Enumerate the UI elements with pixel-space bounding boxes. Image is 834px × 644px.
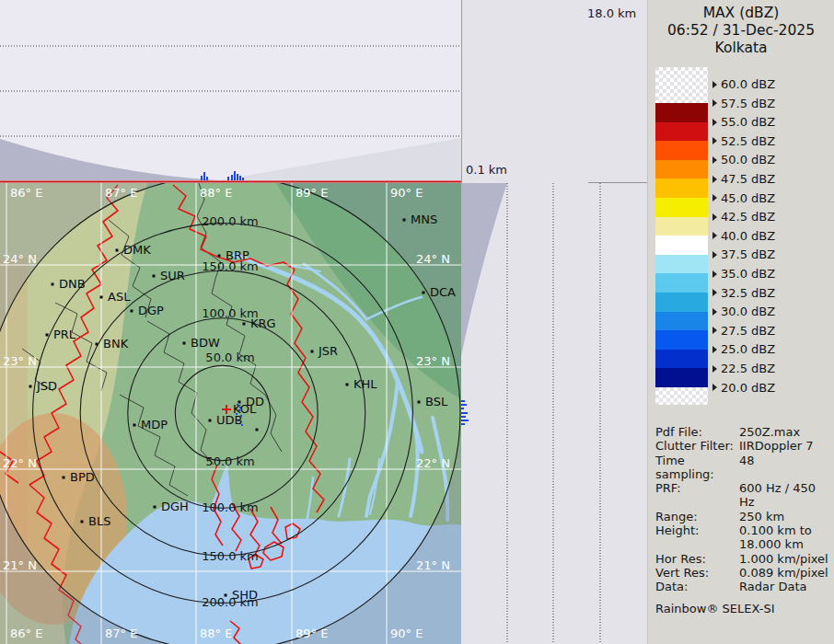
metadata-row: Range:250 km	[655, 510, 832, 523]
min-height-label: 0.1 km	[466, 163, 507, 177]
height-axis-corner-panel: 18.0 km 0.1 km	[461, 0, 647, 183]
city-label-dmk: DMK	[123, 243, 151, 257]
scale-tick-arrow-icon	[712, 384, 717, 391]
dbz-scale-value: 60.0 dBZ	[721, 77, 775, 91]
city-label-bnk: BNK	[103, 337, 129, 351]
metadata-value: 1.000 km/pixel	[739, 552, 828, 566]
metadata-row: Data:Radar Data	[655, 580, 832, 593]
metadata-row: Time sampling:48	[655, 454, 832, 482]
city-dot	[116, 249, 119, 252]
metadata-row: PRF:600 Hz / 450 Hz	[655, 481, 832, 510]
scale-tick-arrow-icon	[712, 251, 717, 259]
dbz-scale-value: 55.0 dBZ	[721, 115, 775, 129]
longitude-label-top: 88° E	[200, 186, 232, 200]
scale-tick-arrow-icon	[712, 156, 717, 164]
scale-tick-arrow-icon	[712, 308, 717, 316]
side-projection-plot	[461, 183, 647, 644]
scale-tick-arrow-icon	[712, 81, 717, 88]
dbz-scale-value: 20.0 dBZ	[721, 381, 775, 395]
dbz-scale-entry: 47.5 dBZ	[712, 172, 775, 187]
product-metadata: Pdf File:250Z.maxClutter Filter:IIRDoppl…	[655, 425, 832, 615]
echo-bar	[234, 171, 236, 180]
city-dot	[346, 384, 349, 386]
metadata-value: 0.100 km to 18.000 km	[739, 523, 812, 552]
product-name: MAX (dBZ)	[648, 5, 834, 22]
echo-bar	[206, 177, 208, 180]
scale-tick-arrow-icon	[712, 232, 717, 239]
scale-tick-arrow-icon	[712, 194, 717, 201]
city-label-bpd: BPD	[70, 470, 95, 484]
range-ring-label: 50.0 km	[205, 454, 254, 468]
longitude-label-top: 90° E	[390, 186, 423, 200]
city-label-brp: BRP	[226, 248, 249, 262]
top-projection-plot	[0, 0, 461, 183]
city-dot	[423, 292, 425, 294]
city-label-asl: ASL	[108, 290, 131, 304]
city-dot	[183, 342, 186, 345]
beam-blockage-wedge-top	[461, 183, 507, 356]
city-label-bdw: BDW	[191, 336, 220, 350]
city-dot	[153, 275, 156, 278]
echo-bar	[461, 423, 465, 425]
city-dot	[131, 310, 133, 313]
latitude-label-left: 23° N	[3, 354, 37, 368]
city-label-dnb: DNB	[59, 277, 86, 291]
dbz-scale-entry: 25.0 dBZ	[712, 342, 775, 357]
dbz-scale-value: 57.5 dBZ	[721, 97, 775, 110]
scale-tick-arrow-icon	[712, 270, 717, 278]
echo-bar	[203, 172, 205, 180]
longitude-label-bottom: 86° E	[10, 627, 42, 640]
legend-panel: MAX (dBZ) 06:52 / 31-Dec-2025 Kolkata 60…	[647, 0, 834, 644]
echo-bar	[461, 408, 464, 409]
dbz-scale-value: 50.0 dBZ	[721, 153, 775, 167]
beam-blockage-wedge-left	[0, 139, 219, 180]
top-height-projection-panel	[0, 0, 461, 183]
dbz-scale-value: 27.5 dBZ	[721, 324, 775, 338]
dbz-color-band	[655, 198, 708, 217]
metadata-value: 250Z.max	[739, 425, 800, 439]
scale-tick-arrow-icon	[712, 365, 717, 373]
range-ring-label: 150.0 km	[202, 549, 259, 563]
city-label-shd: SHD	[232, 588, 258, 602]
scale-tick-arrow-icon	[712, 327, 717, 334]
product-title-block: MAX (dBZ) 06:52 / 31-Dec-2025 Kolkata	[648, 5, 834, 57]
dbz-scale-entry: 37.5 dBZ	[712, 247, 775, 262]
dbz-scale-entry: 45.0 dBZ	[712, 190, 775, 205]
city-dot	[243, 323, 246, 326]
radar-map: 86° E86° E87° E87° E88° E88° E89° E89° E…	[0, 183, 461, 644]
metadata-value: 600 Hz / 450 Hz	[739, 481, 832, 510]
metadata-row: Vert Res:0.089 km/pixel	[655, 566, 832, 580]
echo-bar	[461, 400, 465, 402]
dbz-scale-value: 45.0 dBZ	[721, 191, 775, 205]
dbz-color-band	[655, 178, 708, 198]
range-ring-label: 200.0 km	[202, 214, 259, 228]
latitude-label-right: 24° N	[416, 252, 450, 266]
dbz-color-band	[655, 160, 708, 179]
dbz-scale-entry: 55.0 dBZ	[712, 115, 775, 130]
echo-bar	[237, 174, 238, 180]
dbz-scale-entry: 42.5 dBZ	[712, 210, 775, 224]
city-dot	[100, 296, 103, 299]
longitude-label-bottom: 87° E	[105, 627, 137, 640]
city-label-mns: MNS	[411, 213, 437, 226]
product-site: Kolkata	[648, 40, 834, 57]
dbz-scale-entry: 50.0 dBZ	[712, 153, 775, 167]
dbz-scale-value: 40.0 dBZ	[721, 229, 775, 243]
echo-bar	[461, 412, 468, 414]
dbz-scale-value: 42.5 dBZ	[721, 210, 775, 224]
longitude-label-top: 86° E	[10, 186, 42, 200]
metadata-row: Pdf File:250Z.max	[655, 425, 832, 439]
dbz-color-band	[655, 330, 708, 350]
radar-map-plot: 86° E86° E87° E87° E88° E88° E89° E89° E…	[0, 183, 461, 644]
city-label-dgh: DGH	[161, 500, 189, 513]
metadata-label: Time sampling:	[655, 454, 739, 482]
dbz-colorbar	[655, 67, 708, 405]
metadata-value: Radar Data	[739, 580, 806, 593]
dbz-color-band	[655, 255, 708, 274]
no-data-band	[655, 387, 708, 405]
city-dot	[46, 334, 49, 337]
dbz-scale-entry: 52.5 dBZ	[712, 133, 775, 148]
city-label-krg: KRG	[250, 316, 276, 330]
dbz-color-band	[655, 236, 708, 255]
city-dot	[218, 255, 221, 258]
